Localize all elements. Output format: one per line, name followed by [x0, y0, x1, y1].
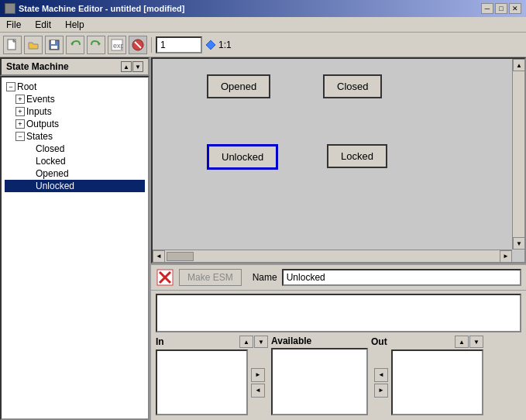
delete-state-button[interactable] [156, 268, 174, 287]
state-box-opened[interactable]: Opened [207, 74, 270, 98]
state-number-input[interactable] [156, 36, 202, 53]
svg-rect-4 [51, 46, 57, 49]
maximize-button[interactable]: □ [495, 3, 507, 14]
zoom-control: 1:1 [205, 39, 232, 51]
menu-bar: File Edit Help [0, 17, 526, 33]
state-box-closed[interactable]: Closed [323, 74, 382, 98]
props-description[interactable] [156, 294, 521, 332]
tree-item-inputs[interactable]: + Inputs [5, 105, 145, 118]
save-button[interactable] [45, 36, 64, 54]
stop-icon [132, 39, 144, 51]
tree-toggle-events[interactable]: + [15, 95, 25, 104]
tree-toggle-outputs[interactable]: + [15, 119, 25, 129]
tree-label-locked: Locked [36, 156, 66, 167]
menu-edit[interactable]: Edit [32, 19, 54, 31]
tree-header-buttons: ▲ ▼ [121, 61, 143, 72]
out-label: Out [371, 336, 387, 347]
menu-help[interactable]: Help [62, 19, 88, 31]
close-window-button[interactable]: ✕ [509, 3, 521, 14]
app-icon [5, 3, 15, 14]
out-up-btn[interactable]: ▲ [455, 336, 469, 348]
scroll-hthumb[interactable] [167, 252, 194, 261]
tree-toggle-inputs[interactable]: + [15, 107, 25, 116]
scroll-left-btn[interactable]: ◄ [153, 250, 165, 263]
tree-item-root[interactable]: − Root [5, 81, 145, 93]
state-box-locked[interactable]: Locked [327, 144, 387, 168]
svg-text:exp: exp [113, 42, 123, 50]
export-icon: exp [111, 39, 123, 51]
toolbar: exp 1:1 [0, 33, 526, 57]
tree-expand-btn[interactable]: ▼ [132, 61, 143, 72]
window-title: State Machine Editor - untitled [modifie… [19, 4, 185, 13]
tree-item-events[interactable]: + Events [5, 93, 145, 105]
scroll-down-btn[interactable]: ▼ [513, 237, 525, 250]
zoom-diamond-icon [205, 39, 217, 51]
redo-button[interactable] [87, 36, 105, 54]
in-nav-buttons: ▲ ▼ [239, 336, 268, 348]
tree-toggle-states[interactable]: − [15, 132, 25, 141]
in-header: In ▲ ▼ [156, 336, 268, 348]
stop-button[interactable] [129, 36, 147, 54]
tree-item-states[interactable]: − States [5, 130, 145, 143]
scroll-vtrack [513, 71, 524, 237]
new-button[interactable] [3, 36, 22, 54]
menu-file[interactable]: File [3, 19, 24, 31]
tree-item-locked[interactable]: Locked [5, 155, 145, 167]
tree-label-opened: Opened [36, 168, 69, 179]
props-toolbar: Make ESM Name [151, 265, 526, 291]
in-move-right-btn[interactable]: ► [251, 368, 265, 382]
tree-toggle-opened [25, 169, 34, 178]
out-nav-buttons: ▲ ▼ [455, 336, 483, 348]
tree-header: State Machine ▲ ▼ [0, 57, 150, 76]
props-name-label: Name [253, 272, 277, 283]
canvas-vscrollbar[interactable]: ▲ ▼ [512, 59, 524, 250]
window-controls: ─ □ ✕ [481, 3, 521, 14]
state-label-locked: Locked [341, 150, 373, 162]
canvas-inner: Opened Closed Unlocked Locked ▲ ▼ [153, 59, 524, 262]
in-up-btn[interactable]: ▲ [239, 336, 253, 348]
canvas-hscrollbar[interactable]: ◄ ► [153, 250, 512, 262]
available-label: Available [271, 336, 311, 346]
out-panel: Out ▲ ▼ ◄ ► [371, 336, 483, 415]
open-button[interactable] [24, 36, 43, 54]
state-box-unlocked[interactable]: Unlocked [207, 144, 278, 170]
undo-button[interactable] [66, 36, 84, 54]
in-panel: In ▲ ▼ ► ◄ [156, 336, 268, 415]
export-button[interactable]: exp [108, 36, 126, 54]
tree-toggle-closed [25, 144, 34, 153]
out-move-left-btn[interactable]: ◄ [374, 368, 388, 382]
tree-label-closed: Closed [36, 143, 64, 154]
available-header: Available [271, 336, 368, 346]
state-label-opened: Opened [221, 81, 256, 92]
props-name-input[interactable] [282, 269, 521, 286]
out-move-right-btn[interactable]: ► [374, 384, 388, 398]
redo-icon [90, 39, 102, 51]
properties-panel: Make ESM Name In ▲ ▼ [151, 263, 526, 420]
scroll-right-btn[interactable]: ► [500, 250, 512, 263]
tree-label-unlocked: Unlocked [36, 181, 74, 191]
tree-collapse-btn[interactable]: ▲ [121, 61, 132, 72]
out-header: Out ▲ ▼ [371, 336, 483, 348]
tree-item-unlocked[interactable]: Unlocked [5, 180, 145, 192]
tree-label-outputs: Outputs [26, 119, 59, 129]
in-down-btn[interactable]: ▼ [254, 336, 268, 348]
minimize-button[interactable]: ─ [481, 3, 493, 14]
svg-marker-11 [206, 40, 215, 50]
scroll-up-btn[interactable]: ▲ [513, 59, 525, 71]
tree-item-outputs[interactable]: + Outputs [5, 118, 145, 130]
in-move-left-btn[interactable]: ◄ [251, 384, 265, 398]
tree-item-closed[interactable]: Closed [5, 143, 145, 155]
tree-toggle-root[interactable]: − [6, 82, 15, 91]
available-list[interactable] [271, 348, 368, 415]
undo-icon [69, 39, 81, 51]
canvas-area[interactable]: Opened Closed Unlocked Locked ▲ ▼ [151, 57, 526, 263]
available-panel: Available [271, 336, 368, 415]
in-move-buttons: ► ◄ [248, 349, 268, 415]
tree-toggle-locked [25, 157, 34, 166]
tree-item-opened[interactable]: Opened [5, 167, 145, 180]
out-move-buttons: ◄ ► [371, 349, 391, 415]
out-list[interactable] [391, 349, 483, 415]
in-list[interactable] [156, 349, 248, 415]
out-down-btn[interactable]: ▼ [469, 336, 483, 348]
make-esm-button[interactable]: Make ESM [179, 269, 242, 286]
